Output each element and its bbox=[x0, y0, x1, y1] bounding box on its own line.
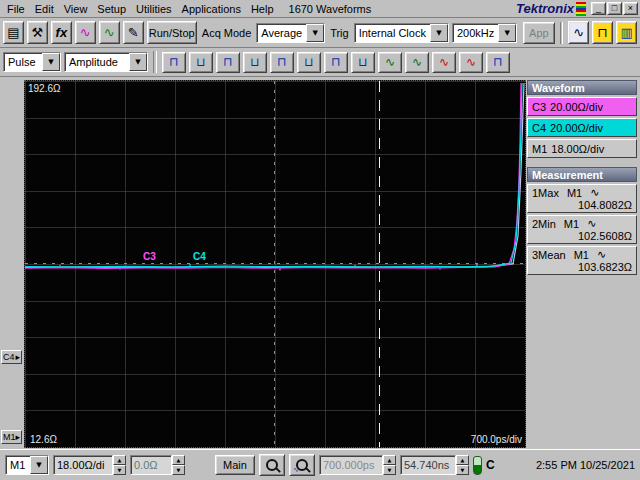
chevron-down-icon[interactable]: ▼ bbox=[306, 24, 324, 42]
toolbar-separator bbox=[153, 51, 157, 73]
measurement-row-min[interactable]: 2Min M1 ∿ 102.5608Ω bbox=[527, 215, 637, 244]
toolbar-separator bbox=[560, 22, 564, 44]
menu-edit[interactable]: Edit bbox=[30, 3, 59, 15]
fx-icon: fx bbox=[56, 25, 68, 40]
display-style-button[interactable]: ∿ bbox=[568, 21, 589, 44]
main-timebase-button[interactable]: Main bbox=[215, 455, 255, 475]
waveform-row-c3[interactable]: C3 20.00Ω/div bbox=[527, 97, 637, 116]
menu-help[interactable]: Help bbox=[246, 3, 279, 15]
waveform-display[interactable]: 192.6Ω 12.6Ω 700.0ps/div C3 C4 bbox=[24, 80, 526, 448]
channel-name: C4 bbox=[532, 122, 546, 134]
close-button[interactable]: × bbox=[623, 2, 638, 15]
top-scale-readout: 192.6Ω bbox=[28, 83, 61, 94]
vertical-scale-stepper[interactable]: 18.00Ω/di ▲▼ bbox=[53, 455, 126, 475]
spin-down-icon[interactable]: ▼ bbox=[113, 465, 126, 475]
trace-m1 bbox=[25, 83, 524, 268]
spin-down-icon[interactable]: ▼ bbox=[456, 465, 469, 475]
logo-pixels-icon bbox=[576, 2, 586, 16]
spin-up-icon[interactable]: ▲ bbox=[172, 455, 185, 465]
spin-up-icon[interactable]: ▲ bbox=[113, 455, 126, 465]
channel-marker-c4[interactable]: C4 ▸ bbox=[1, 350, 22, 364]
math-fx-button[interactable]: fx bbox=[51, 21, 72, 44]
meas-min-button[interactable]: ⊔ bbox=[351, 52, 375, 73]
channel-marker-m1[interactable]: M1 ▸ bbox=[1, 430, 22, 444]
arrow-right-icon: ▸ bbox=[15, 352, 20, 362]
meas-max-button[interactable]: ⊓ bbox=[324, 52, 348, 73]
chevron-down-icon[interactable]: ▼ bbox=[129, 53, 147, 71]
waveform-row-m1[interactable]: M1 18.00Ω/div bbox=[527, 139, 637, 158]
measurement-row-max[interactable]: 1Max M1 ∿ 104.8082Ω bbox=[527, 184, 637, 213]
marker-label: C4 bbox=[3, 352, 15, 362]
run-stop-button[interactable]: Run/Stop bbox=[147, 21, 197, 44]
wave-icon: ∿ bbox=[439, 55, 449, 69]
clock-readout: 2:55 PM 10/25/2021 bbox=[536, 459, 635, 471]
menu-applications[interactable]: Applications bbox=[177, 3, 246, 15]
timebase-readout: 700.0ps/div bbox=[471, 434, 522, 445]
meas-fall-button[interactable]: ⊔ bbox=[189, 52, 213, 73]
pencil-icon: ✎ bbox=[128, 25, 139, 40]
amplitude-value: Amplitude bbox=[65, 56, 129, 68]
meas-duty-button[interactable]: ⊓ bbox=[486, 52, 510, 73]
pulse-select[interactable]: Pulse ▼ bbox=[3, 52, 61, 72]
trig-rate-select[interactable]: 200kHz ▼ bbox=[452, 23, 517, 43]
channel-scale: 20.00Ω/div bbox=[550, 122, 603, 134]
maximize-button[interactable]: □ bbox=[607, 2, 622, 15]
meas-width-button[interactable]: ⊔ bbox=[243, 52, 267, 73]
meas-high-button[interactable]: ⊓ bbox=[270, 52, 294, 73]
zoom-waveform-button[interactable]: ∿ bbox=[289, 454, 315, 476]
annotate-button[interactable]: ✎ bbox=[123, 21, 144, 44]
tools-button[interactable]: ⚒ bbox=[27, 21, 48, 44]
chevron-down-icon[interactable]: ▼ bbox=[30, 456, 48, 474]
oscilloscope-app-window: File Edit View Setup Utilities Applicati… bbox=[0, 0, 640, 480]
meas-period-button[interactable]: ⊓ bbox=[216, 52, 240, 73]
menu-view[interactable]: View bbox=[59, 3, 93, 15]
waveform-magenta-button[interactable]: ∿ bbox=[75, 21, 96, 44]
measurement-source: M1 bbox=[567, 187, 582, 199]
spin-up-icon[interactable]: ▲ bbox=[456, 455, 469, 465]
horizontal-scale-value: 700.000ps bbox=[319, 455, 383, 475]
display-grid-button[interactable]: ▥ bbox=[616, 21, 637, 44]
meas-pkpk-button[interactable]: ∿ bbox=[459, 52, 483, 73]
chevron-down-icon[interactable]: ▼ bbox=[42, 53, 60, 71]
amplitude-select[interactable]: Amplitude ▼ bbox=[64, 52, 148, 72]
meas-slope-button[interactable]: ∿ bbox=[378, 52, 402, 73]
trig-rate-value: 200kHz bbox=[453, 27, 498, 39]
trig-label: Trig bbox=[328, 27, 351, 39]
spin-down-icon[interactable]: ▼ bbox=[383, 465, 396, 475]
offset-stepper[interactable]: 0.0Ω ▲▼ bbox=[130, 455, 185, 475]
waveform-row-c4[interactable]: C4 20.00Ω/div bbox=[527, 118, 637, 137]
app-button[interactable]: App bbox=[523, 22, 554, 44]
waveform-green-button[interactable]: ∿ bbox=[99, 21, 120, 44]
waveform-magenta-icon: ∿ bbox=[80, 25, 91, 40]
spin-up-icon[interactable]: ▲ bbox=[383, 455, 396, 465]
display-dots-button[interactable]: ⊓ bbox=[592, 21, 613, 44]
chevron-down-icon[interactable]: ▼ bbox=[430, 24, 448, 42]
tektronix-logo: Tektronix bbox=[516, 1, 574, 16]
acq-mode-select[interactable]: Average ▼ bbox=[256, 23, 325, 43]
chevron-down-icon[interactable]: ▼ bbox=[498, 24, 516, 42]
wave-icon: ∿ bbox=[385, 55, 395, 69]
channel-name: C3 bbox=[532, 101, 546, 113]
menu-utilities[interactable]: Utilities bbox=[131, 3, 176, 15]
zoom-in-button[interactable] bbox=[259, 454, 285, 476]
spin-down-icon[interactable]: ▼ bbox=[172, 465, 185, 475]
trig-source-select[interactable]: Internal Clock ▼ bbox=[354, 23, 449, 43]
measurement-header: Measurement bbox=[527, 167, 637, 182]
meas-mean-button[interactable]: ∿ bbox=[405, 52, 429, 73]
channel-select[interactable]: M1 ▼ bbox=[5, 455, 49, 475]
measurement-source: M1 bbox=[574, 249, 589, 261]
print-button[interactable]: ▤ bbox=[3, 21, 24, 44]
minimize-button[interactable]: _ bbox=[591, 2, 606, 15]
measurement-label: 3Mean bbox=[532, 249, 566, 261]
meas-rise-button[interactable]: ⊓ bbox=[162, 52, 186, 73]
measurement-label: 2Min bbox=[532, 218, 556, 230]
menu-file[interactable]: File bbox=[2, 3, 30, 15]
square-wave-icon: ⊔ bbox=[196, 55, 205, 69]
bottom-scale-readout: 12.6Ω bbox=[30, 434, 57, 445]
menu-setup[interactable]: Setup bbox=[92, 3, 131, 15]
meas-rms-button[interactable]: ∿ bbox=[432, 52, 456, 73]
meas-low-button[interactable]: ⊔ bbox=[297, 52, 321, 73]
horizontal-scale-stepper[interactable]: 700.000ps ▲▼ bbox=[319, 455, 396, 475]
delay-stepper[interactable]: 54.740ns ▲▼ bbox=[400, 455, 469, 475]
measurement-row-mean[interactable]: 3Mean M1 ∿ 103.6823Ω bbox=[527, 246, 637, 275]
